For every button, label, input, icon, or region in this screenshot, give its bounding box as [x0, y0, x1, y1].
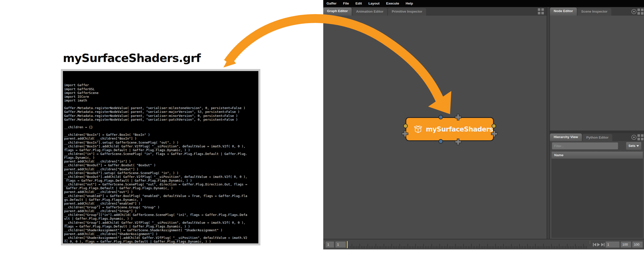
code-line: __children["Group"].addChild( Gaffer.V2f… [64, 221, 257, 224]
hierarchy-tabbar: Hierarchy ViewPython Editor [550, 133, 644, 141]
code-line: __children["Group"]["in"].addChild( Gaff… [64, 213, 257, 217]
code-line: __children["in"] = GafferScene.ScenePlug… [64, 152, 257, 156]
code-line: import imath [64, 99, 257, 102]
code-line: flags = Gaffer.Plug.Flags.Default | Gaff… [64, 179, 257, 182]
code-line: Gaffer.Metadata.registerNodeValue( paren… [64, 110, 257, 114]
code-line: f( 0, 0 ), flags = Gaffer.Plug.Flags.Def… [64, 240, 257, 243]
hierarchy-list-body [551, 159, 643, 238]
add-plug-bottom-icon[interactable] [455, 138, 462, 145]
code-line: parent.addChild( __children["enabled"] ) [64, 202, 257, 205]
code-line: flags = Gaffer.Plug.Flags.Default | Gaff… [64, 224, 257, 228]
code-line: __children["out"] = GafferScene.ScenePlu… [64, 182, 257, 186]
menubar: GafferFileEditLayoutExecuteHelp [323, 0, 644, 7]
graph-editor-tabbar: Graph EditorAnimation EditorPrimitive In… [323, 7, 547, 16]
timeline-grip[interactable]: ⁞ [589, 241, 591, 247]
code-line: import GafferOSL [64, 87, 257, 91]
box-icon [414, 124, 422, 134]
code-line: __children["BoxIn"].addChild( Gaffer.V2f… [64, 144, 257, 148]
code-lines: import Gafferimport GafferOSLimport Gaff… [63, 71, 258, 243]
code-line: import GafferScene [64, 91, 257, 95]
hierarchy-filter-row: Sets [550, 141, 644, 151]
code-line: Gaffer.Plug.Flags.Default | Gaffer.Plug.… [64, 186, 257, 190]
code-line: __children = {} [64, 125, 257, 129]
range-end-field[interactable]: 100 [621, 242, 631, 248]
current-frame-field[interactable]: 1 [326, 242, 334, 248]
node-editor-body [550, 16, 644, 131]
panel-splitter-horizontal[interactable] [550, 131, 644, 133]
menu-item[interactable]: File [340, 0, 352, 7]
add-plug-left-icon[interactable] [401, 130, 409, 137]
code-line [64, 121, 257, 125]
graph-editor-tabs: Graph EditorAnimation EditorPrimitive In… [323, 11, 427, 15]
menu-item[interactable]: Help [403, 0, 416, 7]
pin-target-icon[interactable] [631, 9, 636, 14]
layout-grid-icon[interactable] [637, 134, 643, 140]
layout-grid-icon[interactable] [538, 8, 544, 14]
tab[interactable]: Hierarchy View [550, 134, 582, 142]
node-output-port[interactable] [438, 139, 443, 144]
pin-target-icon[interactable] [631, 135, 636, 140]
code-line [64, 129, 257, 133]
tab[interactable]: Primitive Inspector [388, 8, 426, 16]
tab[interactable]: Graph Editor [323, 8, 352, 16]
node-mysurfaceshaders[interactable]: mySurfaceShaders [406, 117, 494, 141]
end-frame-field[interactable]: 100 [632, 242, 643, 248]
code-line: __children["ShaderAssignment"].addChild(… [64, 236, 257, 240]
range-start-field[interactable]: 1 [606, 242, 620, 248]
code-line: __children["BoxOut"].addChild( Gaffer.V2… [64, 175, 257, 179]
playback-controls[interactable] [593, 242, 605, 247]
code-line: parent.addChild( __children["out"] ) [64, 190, 257, 194]
code-line: parent.addChild( __children["Group"] ) [64, 209, 257, 213]
gaffer-window: GafferFileEditLayoutExecuteHelp Graph Ed… [323, 0, 644, 249]
code-line: __children["BoxOut"].setup( GafferScene.… [64, 171, 257, 175]
frame-field[interactable]: 1 [335, 242, 346, 248]
layout-grid-icon[interactable] [637, 9, 643, 15]
code-line: __children["BoxOut"] = Gaffer.BoxOut( "B… [64, 163, 257, 167]
menu-item[interactable]: Layout [365, 0, 383, 7]
tab[interactable]: Python Editor [583, 134, 613, 142]
code-line: gs.Default | Gaffer.Plug.Flags.Dynamic, … [64, 198, 257, 202]
panel-splitter[interactable] [547, 7, 550, 239]
code-line: parent.addChild( __children["BoxOut"] ) [64, 167, 257, 171]
node-input-port[interactable] [438, 115, 443, 119]
code-line: Gaffer.Metadata.registerNodeValue( paren… [64, 106, 257, 110]
filter-input[interactable] [552, 142, 618, 149]
menu-item[interactable]: Edit [352, 0, 365, 7]
timeline-grip[interactable]: ⁞ [324, 241, 325, 247]
file-title: mySurfaceShaders.grf [63, 51, 201, 65]
step-forward-icon [601, 243, 604, 246]
menu-item[interactable]: Gaffer [323, 0, 340, 7]
node-right-shader-port[interactable] [492, 124, 496, 128]
timeline-playhead[interactable] [347, 241, 348, 248]
step-back-icon [593, 243, 594, 246]
code-line: __children["BoxIn"].setup( GafferScene.S… [64, 141, 257, 144]
sets-button-label: Sets [628, 144, 635, 148]
code-line: parent.addChild( __children["BoxIn"] ) [64, 137, 257, 140]
code-line: import Gaffer [64, 83, 257, 87]
name-column-header[interactable]: Name [551, 151, 643, 159]
node-editor-tabbar: Node EditorScene Inspector [550, 7, 644, 16]
hierarchy-tabs: Hierarchy ViewPython Editor [550, 137, 613, 141]
tab[interactable]: Animation Editor [352, 8, 387, 16]
menu-item[interactable]: Execute [383, 0, 403, 7]
code-line: ult | Gaffer.Plug.Flags.Dynamic, ) ) [64, 217, 257, 220]
node-label: mySurfaceShaders [426, 125, 493, 133]
tab[interactable]: Scene Inspector [578, 8, 611, 16]
node-left-shader-port[interactable] [403, 124, 408, 128]
add-plug-right-icon[interactable] [491, 130, 498, 137]
code-line: __children["BoxIn"] = Gaffer.BoxIn( "Box… [64, 133, 257, 137]
code-line: flags = Gaffer.Plug.Flags.Default | Gaff… [64, 148, 257, 152]
timeline: ⁞ 1 1 ⁞ 1 100 100 [323, 239, 644, 249]
code-line: import IECore [64, 95, 257, 99]
add-plug-top-icon[interactable] [455, 114, 462, 121]
code-line: parent.addChild( __children["in"] ) [64, 159, 257, 163]
page: mySurfaceShaders.grf import Gafferimport… [0, 0, 644, 258]
code-line [64, 102, 257, 106]
play-icon [597, 243, 600, 246]
node-editor-tabs: Node EditorScene Inspector [550, 11, 612, 15]
timeline-ruler[interactable] [348, 241, 588, 248]
code-line: __children["Group"] = GafferScene.Group(… [64, 205, 257, 209]
tab[interactable]: Node Editor [550, 8, 577, 16]
sets-button[interactable]: Sets [626, 142, 641, 150]
code-line: __children["ShaderAssignment"] = GafferS… [64, 228, 257, 232]
